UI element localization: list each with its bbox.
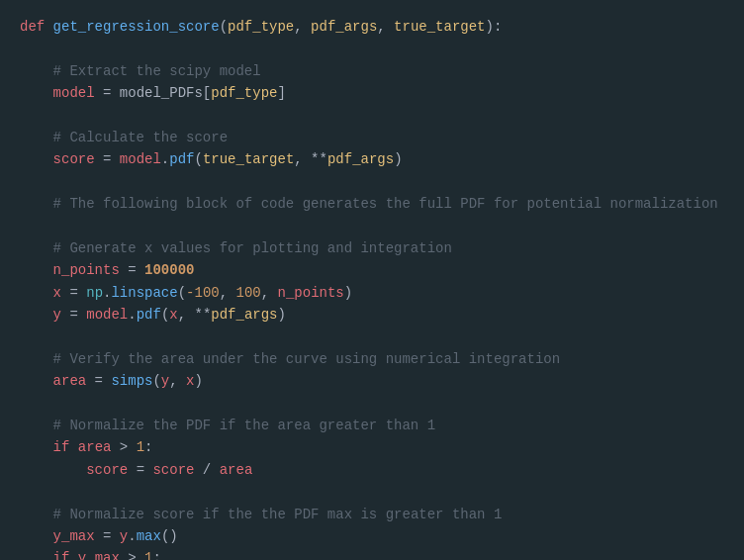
num-100000: 100000	[144, 259, 194, 281]
code-line-23: # Normalize score if the the PDF max is …	[20, 504, 724, 525]
keyword-if-ymax: if	[53, 547, 78, 560]
comment-extract: # Extract the scipy model	[53, 60, 261, 82]
comment-normalize-area: # Normalize the PDF if the area greater …	[53, 415, 435, 436]
code-line-11: # Generate x values for plotting and int…	[20, 237, 724, 259]
code-container: def get_regression_score(pdf_type, pdf_a…	[0, 0, 744, 560]
code-line-2	[20, 38, 724, 59]
code-line-7: score = model.pdf(true_target, **pdf_arg…	[20, 148, 724, 170]
comment-following: # The following block of code generates …	[53, 193, 718, 215]
function-name: get_regression_score	[53, 16, 220, 38]
code-line-1: def get_regression_score(pdf_type, pdf_a…	[20, 16, 724, 38]
var-area: area	[53, 370, 87, 392]
var-y: y	[53, 304, 61, 326]
code-line-20: if area > 1:	[20, 436, 724, 458]
var-score: score	[53, 148, 95, 170]
param-true-target: true_target	[394, 16, 485, 38]
code-line-8	[20, 171, 724, 193]
comment-normalize-score: # Normalize score if	[53, 504, 228, 525]
var-score-2: score	[86, 459, 128, 481]
var-x: x	[53, 282, 61, 304]
code-line-3: # Extract the scipy model	[20, 60, 724, 82]
code-line-16: # Verify the area under the curve using …	[20, 348, 724, 370]
code-line-22	[20, 481, 724, 503]
code-line-17: area = simps(y, x)	[20, 370, 724, 392]
code-line-19: # Normalize the PDF if the area greater …	[20, 415, 724, 436]
comment-normalize-score-2: the PDF max is greater than 1	[261, 504, 503, 525]
code-line-25: if y_max > 1:	[20, 547, 724, 560]
code-line-10	[20, 216, 724, 237]
code-line-4: model = model_PDFs[pdf_type]	[20, 82, 724, 104]
code-line-6: # Calculate the score	[20, 127, 724, 148]
keyword-def: def	[20, 16, 53, 38]
code-line-9: # The following block of code generates …	[20, 193, 724, 215]
code-line-13: x = np.linspace(-100, 100, n_points)	[20, 282, 724, 304]
var-model: model	[53, 82, 95, 104]
code-line-18	[20, 393, 724, 415]
code-line-14: y = model.pdf(x, **pdf_args)	[20, 304, 724, 326]
code-line-21: score = score / area	[20, 459, 724, 481]
code-line-12: n_points = 100000	[20, 259, 724, 281]
var-npoints: n_points	[53, 259, 120, 281]
comment-generate: # Generate x values for plotting and int…	[53, 237, 452, 259]
param-pdf-args: pdf_args	[311, 16, 377, 38]
keyword-if-area: if	[53, 436, 78, 458]
comment-calculate: # Calculate the score	[53, 127, 228, 148]
var-ymax: y_max	[53, 525, 95, 547]
comment-verify: # Verify the area under the curve using …	[53, 348, 560, 370]
code-line-24: y_max = y.max()	[20, 525, 724, 547]
param-pdf-type: pdf_type	[228, 16, 294, 38]
code-line-15	[20, 326, 724, 347]
code-line-5	[20, 105, 724, 127]
